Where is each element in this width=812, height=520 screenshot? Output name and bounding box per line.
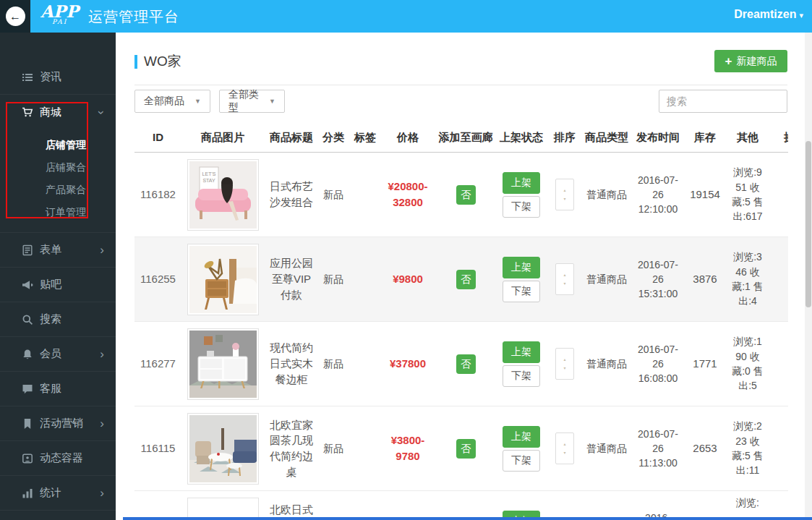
user-account-dropdown[interactable]: Dreamtizen▾ xyxy=(734,8,803,21)
chevron-right-icon: › xyxy=(100,244,104,256)
sidebar-subitem-shop-aggregation[interactable]: 店铺聚合 xyxy=(0,156,116,179)
sidebar-item-statistics[interactable]: 统计 › xyxy=(0,476,116,511)
shelf-on-button[interactable]: 上架 xyxy=(503,341,540,363)
sidebar-subitem-shop-management[interactable]: 店铺管理 xyxy=(0,134,116,156)
col-actions: 操作 xyxy=(773,129,788,145)
svg-text:STAY: STAY xyxy=(202,178,215,183)
back-button[interactable]: ← xyxy=(0,0,30,33)
divider xyxy=(134,85,787,85)
col-image: 商品图片 xyxy=(181,129,264,145)
scrollbar-thumb[interactable] xyxy=(805,141,811,307)
shelf-on-button[interactable]: 上架 xyxy=(503,426,540,448)
sidebar-item-label: 统计 xyxy=(40,486,61,500)
sidebar-item-mall[interactable]: 商城 › xyxy=(0,95,116,129)
caret-down-icon: ▼ xyxy=(186,98,201,105)
chevron-right-icon: › xyxy=(100,417,104,430)
type-filter-select[interactable]: 全部类型 ▼ xyxy=(219,90,285,113)
plus-icon: + xyxy=(725,54,732,69)
product-type: 普通商品 xyxy=(585,357,628,371)
sidebar-subitem-product-aggregation[interactable]: 产品聚合 xyxy=(0,179,116,201)
sidebar-item-label: 会员 xyxy=(40,347,61,361)
bar-chart-icon xyxy=(22,487,33,499)
col-sort: 排序 xyxy=(544,129,585,145)
sidebar-item-label: 搜索 xyxy=(40,312,61,326)
product-title: 北欧宜家圆茶几现代简约边桌 xyxy=(268,417,315,480)
product-id: 116115 xyxy=(134,440,181,456)
sidebar-nav: 资讯 商城 › 店铺管理 店铺聚合 产品聚合 订单管理 表单 › xyxy=(0,33,116,520)
stock-count: 3876 xyxy=(688,271,722,287)
shelf-off-button[interactable]: 下架 xyxy=(503,281,540,302)
table-header-row: ID 商品图片 商品标题 分类 标签 价格 添加至画廊 上架状态 排序 商品类型… xyxy=(134,123,788,153)
sidebar-item-label: 贴吧 xyxy=(40,278,61,291)
top-header-bar: ← APP PAI 运营管理平台 Dreamtizen▾ xyxy=(0,0,812,33)
col-stock: 库存 xyxy=(688,129,722,145)
shelf-on-button[interactable]: 上架 xyxy=(503,172,540,194)
product-id: 116277 xyxy=(134,356,181,372)
sidebar-item-label: 商城 xyxy=(40,106,61,119)
product-type: 普通商品 xyxy=(585,441,628,456)
stats-text: 浏览:190 收藏:0 售出:5 xyxy=(731,334,764,393)
sidebar-item-subaccount[interactable]: 子账号 xyxy=(0,511,116,520)
col-price: 价格 xyxy=(383,129,433,145)
product-title: 现代简约日式实木餐边柜 xyxy=(268,340,315,387)
table-row: 116115 北欧宜家圆茶几现代简约边桌 新品 ¥3800-9780 否 上架 … xyxy=(134,406,788,491)
col-category: 分类 xyxy=(319,129,348,145)
new-product-button[interactable]: + 新建商品 xyxy=(714,50,787,72)
product-price: ¥37800 xyxy=(383,356,433,372)
main-content: WO家 + 新建商品 全部商品 ▼ 全部类型 ▼ ID 商品图片 商品标题 分类… xyxy=(116,33,812,520)
product-category: 新品 xyxy=(319,272,348,286)
gallery-toggle-badge[interactable]: 否 xyxy=(456,354,476,374)
stock-count: 1771 xyxy=(688,356,722,372)
gallery-toggle-badge[interactable]: 否 xyxy=(456,270,476,289)
cart-icon xyxy=(22,106,33,118)
page-title-text: WO家 xyxy=(144,52,181,71)
sidebar-item-members[interactable]: 会员 › xyxy=(0,337,116,372)
shelf-off-button[interactable]: 下架 xyxy=(503,450,540,472)
sidebar-item-marketing[interactable]: 活动营销 › xyxy=(0,406,116,441)
sidebar-item-label: 客服 xyxy=(40,382,61,396)
table-row: 116277 现代简约日式实木餐边柜 新品 ¥37800 否 上 xyxy=(134,322,788,406)
product-price: ¥20800-32800 xyxy=(383,179,433,210)
container-icon xyxy=(22,453,33,464)
sort-input[interactable]: ▴▾ xyxy=(555,348,574,380)
sidebar-item-forms[interactable]: 表单 › xyxy=(0,233,116,268)
app-pai-logo: APP PAI xyxy=(40,2,85,25)
form-icon xyxy=(22,244,33,256)
table-row: 116255 应用公园至尊VIP付款 新品 ¥9800 否 上架 下架 xyxy=(134,237,788,322)
list-icon xyxy=(22,72,33,83)
sidebar-item-label: 表单 xyxy=(40,243,61,257)
stock-count: 19154 xyxy=(688,187,722,203)
product-image: LET'S STAY xyxy=(187,159,259,231)
publish-time: 2016-07-26 11:13:00 xyxy=(635,427,681,471)
vertical-scrollbar[interactable] xyxy=(805,33,812,520)
product-category: 新品 xyxy=(319,441,348,456)
col-published: 发布时间 xyxy=(628,129,688,145)
search-input[interactable] xyxy=(659,90,787,113)
col-status: 上架状态 xyxy=(498,129,544,145)
sidebar-item-tieba[interactable]: 贴吧 xyxy=(0,268,116,302)
chevron-right-icon: › xyxy=(100,348,104,360)
sort-input[interactable]: ▴▾ xyxy=(555,179,574,210)
app-title: 运营管理平台 xyxy=(88,7,179,27)
sort-input[interactable]: ▴▾ xyxy=(555,263,574,295)
chevron-right-icon: › xyxy=(100,487,104,499)
sidebar-item-news[interactable]: 资讯 xyxy=(0,60,116,95)
sidebar-item-dynamic-container[interactable]: 动态容器 xyxy=(0,441,116,476)
col-id: ID xyxy=(134,129,181,145)
product-filter-select[interactable]: 全部商品 ▼ xyxy=(134,90,210,113)
back-arrow-icon: ← xyxy=(6,7,25,26)
bookmark-icon xyxy=(22,418,33,430)
sort-input[interactable]: ▴▾ xyxy=(555,432,574,464)
sidebar-subitem-order-management[interactable]: 订单管理 xyxy=(0,201,116,223)
caret-down-icon: ▼ xyxy=(260,98,275,105)
col-title: 商品标题 xyxy=(264,129,319,145)
shelf-off-button[interactable]: 下架 xyxy=(503,365,540,387)
shelf-off-button[interactable]: 下架 xyxy=(503,196,540,218)
gallery-toggle-badge[interactable]: 否 xyxy=(456,439,476,459)
gallery-toggle-badge[interactable]: 否 xyxy=(456,185,476,205)
product-id: 116182 xyxy=(134,187,181,203)
sidebar-item-customer-service[interactable]: 客服 xyxy=(0,372,116,406)
col-gallery: 添加至画廊 xyxy=(433,129,498,145)
shelf-on-button[interactable]: 上架 xyxy=(503,257,540,278)
sidebar-item-search[interactable]: 搜索 xyxy=(0,302,116,337)
